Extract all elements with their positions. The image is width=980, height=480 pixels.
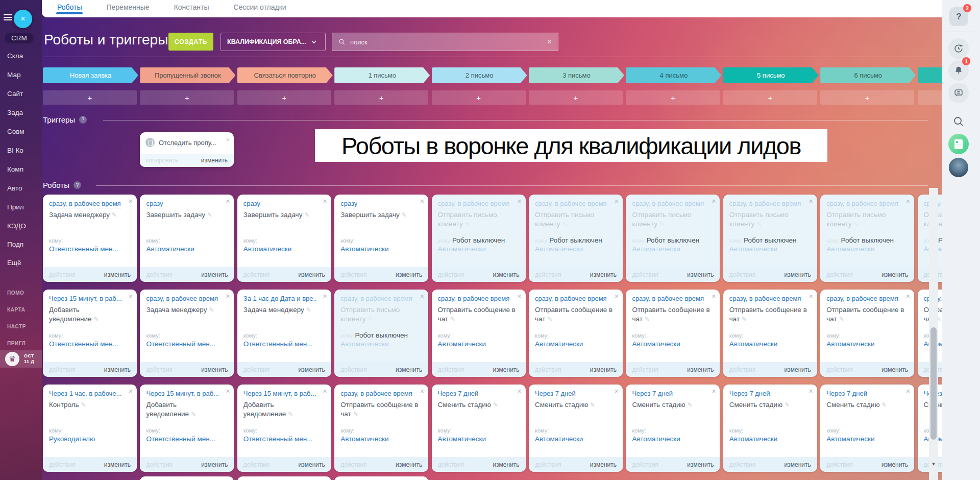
robot-target-link[interactable]: Автоматически [438, 245, 486, 253]
scrollbar-thumb[interactable] [930, 327, 937, 440]
stage-add-button[interactable]: + [529, 90, 623, 105]
trigger-close-icon[interactable]: × [226, 136, 230, 143]
edit-pencil-icon[interactable]: ✎ [659, 221, 665, 228]
robot-edit-button[interactable]: изменить [881, 366, 908, 373]
stage-add-button[interactable]: + [43, 90, 137, 105]
robot-close-icon[interactable]: × [323, 387, 327, 395]
tab-debug-sessions[interactable]: Сессии отладки [234, 0, 286, 11]
robot-close-icon[interactable]: × [809, 292, 813, 300]
robot-edit-button[interactable]: изменить [590, 366, 617, 373]
robot-actions-button[interactable]: действия [632, 271, 658, 278]
sidebar-item-8[interactable]: Комп [7, 165, 23, 173]
robot-actions-button[interactable]: действия [49, 271, 75, 278]
robot-edit-button[interactable]: изменить [299, 366, 325, 373]
robot-schedule-link[interactable]: сразу, в рабочее время [729, 295, 801, 303]
robot-actions-button[interactable]: действия [729, 461, 755, 468]
edit-pencil-icon[interactable]: ✎ [288, 411, 293, 418]
robot-schedule-link[interactable]: сразу, в рабочее время [438, 295, 510, 303]
robot-edit-button[interactable]: изменить [493, 461, 519, 468]
stage-add-button[interactable]: + [918, 90, 942, 105]
robot-card[interactable]: Через 7 дней×Сменить стадию✎кому:Автомат… [723, 385, 817, 472]
edit-pencil-icon[interactable]: ✎ [785, 401, 790, 409]
robot-close-icon[interactable]: × [712, 292, 716, 300]
robot-close-icon[interactable]: × [517, 197, 521, 205]
edit-pencil-icon[interactable]: ✎ [562, 221, 568, 228]
sidebar-secondary-item-3[interactable]: НАСТР [7, 324, 26, 329]
robot-edit-button[interactable]: изменить [493, 271, 519, 278]
robot-actions-button[interactable]: действия [340, 366, 366, 373]
robot-edit-button[interactable]: изменить [104, 271, 131, 278]
stage-add-button[interactable]: + [140, 90, 234, 105]
robot-edit-button[interactable]: изменить [201, 461, 228, 468]
robot-edit-button[interactable]: изменить [396, 461, 422, 468]
sidebar-item-3[interactable]: Мар [7, 71, 20, 79]
sidebar-item-11[interactable]: КЭДО [7, 222, 26, 230]
robot-close-icon[interactable]: × [420, 387, 424, 395]
sidebar-item-4[interactable]: Сайт [7, 90, 23, 98]
robot-card[interactable]: сразу, в рабочее время×Отправить письмо … [723, 195, 817, 282]
edit-pencil-icon[interactable]: ✎ [306, 306, 311, 314]
robot-edit-button[interactable]: изменить [687, 366, 714, 373]
robot-target-link[interactable]: Автоматически [729, 245, 777, 253]
robot-close-icon[interactable]: × [517, 387, 521, 395]
sidebar-item-7[interactable]: BI Ко [7, 147, 23, 154]
robot-close-icon[interactable]: × [420, 197, 424, 205]
robot-card[interactable]: сразу, в рабочее время×Отправить сообщен… [432, 290, 526, 377]
robot-close-icon[interactable]: × [517, 292, 521, 300]
robot-close-icon[interactable]: × [906, 387, 910, 395]
robot-target-link[interactable]: Ответственный мен... [243, 340, 313, 348]
funnel-selector-dropdown[interactable]: КВАЛИФИКАЦИЯ ОБРА... [220, 33, 326, 51]
rail-search-button[interactable] [951, 114, 966, 129]
robot-close-icon[interactable]: × [323, 197, 327, 205]
stage-add-button[interactable]: + [237, 90, 331, 105]
robot-actions-button[interactable]: действия [826, 366, 852, 373]
robot-close-icon[interactable]: × [323, 292, 327, 300]
robot-card[interactable]: Через 15 минут, в раб...×Добавить уведом… [43, 290, 137, 377]
robot-target-link[interactable]: Ответственный мен... [49, 245, 118, 253]
sidebar-item-6[interactable]: Совм [7, 128, 24, 135]
sidebar-secondary-item-4[interactable]: ПРИГЛ [7, 341, 26, 346]
robot-card[interactable]: сразу, в рабочее время×Отправить письмо … [334, 290, 428, 377]
robot-edit-button[interactable]: изменить [590, 461, 617, 468]
robot-target-link[interactable]: Ответственный мен... [243, 435, 313, 443]
robot-close-icon[interactable]: × [809, 197, 813, 205]
robot-card[interactable]: сразу, в рабочее время×Отправить сообщен… [723, 290, 817, 377]
tab-constants[interactable]: Константы [174, 0, 209, 11]
edit-pencil-icon[interactable]: ✎ [304, 211, 309, 219]
robot-actions-button[interactable]: действия [535, 366, 561, 373]
robot-edit-button[interactable]: изменить [201, 271, 228, 278]
robot-target-link[interactable]: Автоматически [632, 435, 680, 443]
robot-card[interactable] [334, 476, 428, 480]
funnel-stage[interactable]: 5 письмо [723, 67, 819, 83]
sidebar-item-1[interactable]: CRM [5, 33, 34, 43]
robot-schedule-link[interactable]: Через 15 минут, в раб... [243, 390, 316, 398]
robot-close-icon[interactable]: × [226, 197, 230, 205]
robot-target-link[interactable]: Автоматически [146, 245, 194, 253]
robot-card[interactable]: Через 7 дней×Сменить стадию✎кому:Автомат… [432, 385, 526, 472]
robot-card[interactable] [140, 476, 234, 480]
robot-card[interactable]: Через 7 дней×Сменить стадию✎кому:Автомат… [820, 385, 914, 472]
robot-schedule-link[interactable]: сразу, в рабочее время [729, 200, 801, 208]
robot-card[interactable]: Через 7 дней×Сменить стадию✎кому:Автомат… [529, 385, 623, 472]
robot-actions-button[interactable]: действия [49, 366, 75, 373]
robot-schedule-link[interactable]: Через 15 минут, в раб... [49, 295, 122, 303]
robot-actions-button[interactable]: действия [340, 271, 366, 278]
search-clear-icon[interactable]: × [547, 37, 552, 46]
trigger-card[interactable]: Отследить пропу... × копировать изменить [140, 132, 234, 167]
robot-actions-button[interactable]: действия [340, 461, 366, 468]
robot-edit-button[interactable]: изменить [881, 271, 908, 278]
robot-schedule-link[interactable]: Через 1 час, в рабоче... [49, 390, 121, 398]
robot-schedule-link[interactable]: сразу, в рабочее время [632, 295, 704, 303]
robot-target-link[interactable]: Автоматически [632, 245, 680, 253]
robot-target-link[interactable]: Автоматически [632, 340, 680, 348]
robot-card[interactable]: сразу×Завершить задачу✎кому:Автоматическ… [140, 195, 234, 282]
robot-close-icon[interactable]: × [809, 387, 813, 395]
funnel-stage[interactable]: Связаться повторно [237, 67, 333, 83]
robot-schedule-link[interactable]: Через 7 дней [535, 390, 576, 398]
robot-close-icon[interactable]: × [712, 387, 716, 395]
menu-hamburger-icon[interactable] [4, 14, 12, 21]
close-menu-button[interactable]: × [14, 10, 32, 28]
robot-schedule-link[interactable]: сразу [340, 200, 357, 208]
sidebar-secondary-item-2[interactable]: КАРТА [7, 307, 26, 313]
triggers-help-icon[interactable]: ? [79, 116, 87, 124]
